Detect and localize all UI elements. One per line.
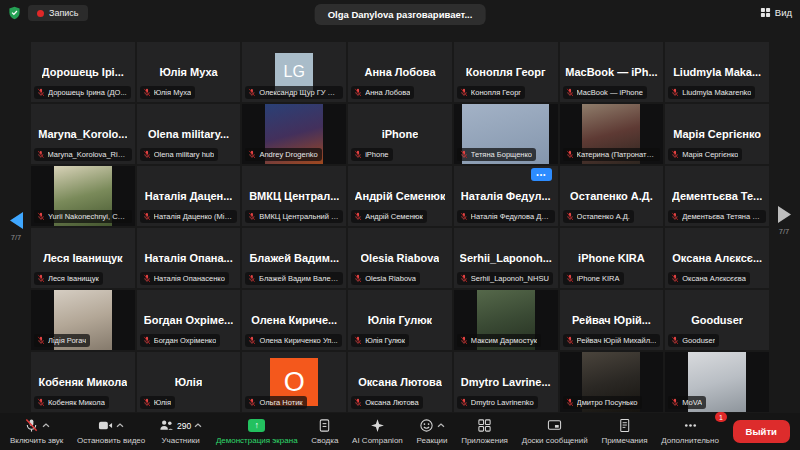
participant-tile[interactable]: Блажей Вадим... Блажей Вадим Валері... bbox=[242, 228, 346, 288]
more-button[interactable]: 1 Дополнительно bbox=[661, 418, 719, 445]
muted-mic-icon bbox=[143, 88, 151, 97]
stop-video-button[interactable]: Остановить видео bbox=[77, 418, 145, 445]
participants-icon bbox=[159, 418, 174, 433]
participant-tile[interactable]: О Ольга Нотик bbox=[242, 352, 346, 412]
apps-button[interactable]: Приложения bbox=[461, 418, 508, 445]
participants-button[interactable]: 290 Участники bbox=[159, 418, 202, 445]
participant-tile[interactable]: Olena military... Olena military hub bbox=[137, 104, 241, 164]
participant-tile[interactable]: Максим Дармостук bbox=[454, 290, 558, 350]
participant-tile[interactable]: MacBook — iPh... MacBook — iPhone bbox=[560, 42, 664, 102]
participant-name-label: Юлія Гулюк bbox=[365, 336, 405, 345]
next-page-control: 7/7 bbox=[770, 205, 798, 236]
participant-tile[interactable]: Юлія Гулюк Юлія Гулюк bbox=[348, 290, 452, 350]
participant-name-label: ВМКЦ Центральний р... bbox=[259, 212, 339, 221]
participant-name-label: Олена Кириченко Уп... bbox=[259, 336, 337, 345]
participant-tile[interactable]: Дементьєва Те... Дементьєва Тетяна Д... bbox=[665, 166, 769, 226]
participant-name-tag: Конопля Георг bbox=[457, 86, 525, 99]
participant-name-label: Olena military hub bbox=[154, 150, 214, 159]
view-button[interactable]: Вид bbox=[760, 7, 792, 18]
leave-button[interactable]: Выйти bbox=[733, 420, 790, 443]
participant-tile[interactable]: Кобеняк Микола Кобеняк Микола bbox=[31, 352, 135, 412]
participant-tile[interactable]: Тетяна Борщенко bbox=[454, 104, 558, 164]
participant-display-name: Марія Сергієнко bbox=[673, 128, 761, 140]
muted-mic-icon bbox=[143, 398, 151, 407]
participant-tile[interactable]: Олена Кириче... Олена Кириченко Уп... bbox=[242, 290, 346, 350]
participant-tile[interactable]: iPhone KIRA iPhone KIRA bbox=[560, 228, 664, 288]
participant-tile[interactable]: ВМКЦ Централ... ВМКЦ Центральний р... bbox=[242, 166, 346, 226]
participant-tile[interactable]: Serhii_Laponoh... Serhii_Laponoh_NHSU bbox=[454, 228, 558, 288]
muted-mic-icon bbox=[671, 336, 679, 345]
participant-tile[interactable]: Дорошець Ірі... Дорошець Ірина (ДО... bbox=[31, 42, 135, 102]
notes-button[interactable]: Примечания bbox=[601, 418, 647, 445]
participant-tile[interactable]: Yurii Nakonechnyi, CUA bbox=[31, 166, 135, 226]
participant-name-label: Оксана Алєксєєва bbox=[682, 274, 746, 283]
participant-tile[interactable]: LG Олександр Щур ГУ НГУ bbox=[242, 42, 346, 102]
participant-name-tag: Оксана Алєксєєва bbox=[668, 272, 750, 285]
participant-tile[interactable]: Леся Іванищук Леся Іванищук bbox=[31, 228, 135, 288]
participant-tile[interactable]: Юлія Муха Юлія Муха bbox=[137, 42, 241, 102]
reactions-button[interactable]: Реакции bbox=[417, 418, 448, 445]
participant-tile[interactable]: Конопля Георг Конопля Георг bbox=[454, 42, 558, 102]
more-label: Дополнительно bbox=[661, 436, 719, 445]
chevron-up-icon[interactable] bbox=[437, 423, 445, 428]
chevron-up-icon[interactable] bbox=[42, 423, 50, 428]
participant-tile[interactable]: Оксана Алєксє... Оксана Алєксєєва bbox=[665, 228, 769, 288]
muted-mic-icon bbox=[671, 88, 679, 97]
unmute-button[interactable]: Включить звук bbox=[10, 418, 63, 445]
security-shield-icon[interactable] bbox=[8, 6, 21, 20]
muted-mic-icon bbox=[248, 336, 256, 345]
participant-tile[interactable]: Рейвач Юрій... Рейвач Юрій Михайл... bbox=[560, 290, 664, 350]
participant-display-name: Леся Іванищук bbox=[43, 252, 122, 264]
participant-grid: Дорошець Ірі... Дорошець Ірина (ДО... Юл… bbox=[31, 42, 769, 412]
participant-tile[interactable]: Богдан Охріме... Богдан Охріменко bbox=[137, 290, 241, 350]
participant-tile[interactable]: Gooduser Gooduser bbox=[665, 290, 769, 350]
participant-name-tag: Оксана Лютова bbox=[351, 396, 423, 409]
tile-more-button[interactable]: ••• bbox=[531, 168, 551, 181]
ai-companion-button[interactable]: AI Companion bbox=[352, 418, 403, 445]
muted-mic-icon bbox=[566, 398, 574, 407]
summary-button[interactable]: Сводка bbox=[311, 418, 338, 445]
participant-tile[interactable]: Лідія Рогач bbox=[31, 290, 135, 350]
share-screen-icon: ↑ bbox=[248, 419, 265, 432]
participant-display-name: Остапенко А.Д. bbox=[570, 190, 653, 202]
next-page-icon[interactable] bbox=[777, 205, 792, 224]
participant-name-tag: Юлія bbox=[140, 396, 175, 409]
participant-name-tag: Остапенко А.Д. bbox=[563, 210, 634, 223]
participant-tile[interactable]: Maryna_Korolo... Maryna_Korolova_Rivn... bbox=[31, 104, 135, 164]
participant-name-tag: Olesia Riabova bbox=[351, 272, 420, 285]
participant-name-label: Наталія Опанасенко bbox=[154, 274, 225, 283]
participant-tile[interactable]: Катерина (Патронатн... bbox=[560, 104, 664, 164]
participant-tile[interactable]: Dmytro Lavrine... Dmytro Lavrinenko bbox=[454, 352, 558, 412]
participant-tile[interactable]: iPhone iPhone bbox=[348, 104, 452, 164]
participant-tile[interactable]: Наталія Дацен... Наталія Даценко (Мін... bbox=[137, 166, 241, 226]
participant-display-name: Оксана Алєксє... bbox=[672, 252, 762, 264]
participant-tile[interactable]: MoVA bbox=[665, 352, 769, 412]
participant-tile[interactable]: Юлія Юлія bbox=[137, 352, 241, 412]
participant-name-label: Максим Дармостук bbox=[471, 336, 537, 345]
participant-tile[interactable]: Андрій Семенюк Андрій Семенюк bbox=[348, 166, 452, 226]
participant-display-name: Андрій Семенюк bbox=[355, 190, 446, 202]
participant-tile[interactable]: Andrey Drogenko bbox=[242, 104, 346, 164]
muted-mic-icon bbox=[354, 398, 362, 407]
participant-tile[interactable]: Марія Сергієнко Марія Сергієнко bbox=[665, 104, 769, 164]
muted-mic-icon bbox=[460, 212, 468, 221]
muted-mic-icon bbox=[248, 274, 256, 283]
participant-tile[interactable]: Liudmyla Maka... Liudmyla Makarenko bbox=[665, 42, 769, 102]
participant-name-label: Liudmyla Makarenko bbox=[682, 88, 751, 97]
participant-name-label: Andrey Drogenko bbox=[259, 150, 317, 159]
muted-mic-icon bbox=[460, 336, 468, 345]
participant-display-name: Богдан Охріме... bbox=[144, 314, 233, 326]
chevron-up-icon[interactable] bbox=[194, 423, 202, 428]
participant-tile[interactable]: Наталія Федул... Наталія Федулова ДО... … bbox=[454, 166, 558, 226]
participant-tile[interactable]: Оксана Лютова Оксана Лютова bbox=[348, 352, 452, 412]
participant-name-tag: Дмитро Посунько bbox=[563, 396, 642, 409]
chevron-up-icon[interactable] bbox=[116, 423, 124, 428]
share-screen-button[interactable]: ↑ Демонстрация экрана bbox=[216, 418, 298, 445]
boards-button[interactable]: Доски сообщений bbox=[522, 418, 588, 445]
participant-tile[interactable]: Дмитро Посунько bbox=[560, 352, 664, 412]
participant-tile[interactable]: Olesia Riabova Olesia Riabova bbox=[348, 228, 452, 288]
participant-tile[interactable]: Анна Лобова Анна Лобова bbox=[348, 42, 452, 102]
participant-tile[interactable]: Остапенко А.Д. Остапенко А.Д. bbox=[560, 166, 664, 226]
prev-page-icon[interactable] bbox=[9, 211, 24, 230]
participant-tile[interactable]: Наталія Опана... Наталія Опанасенко bbox=[137, 228, 241, 288]
